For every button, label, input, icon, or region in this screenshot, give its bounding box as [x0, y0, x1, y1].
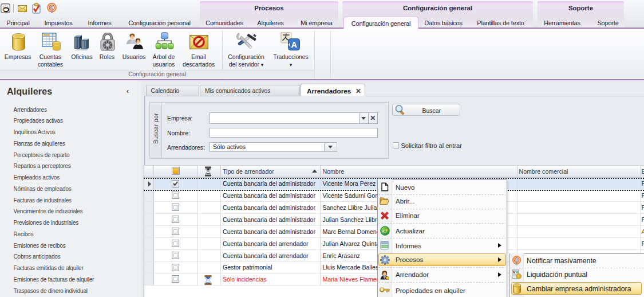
svg-text:V: V — [513, 269, 516, 275]
svg-text:A: A — [291, 40, 297, 49]
